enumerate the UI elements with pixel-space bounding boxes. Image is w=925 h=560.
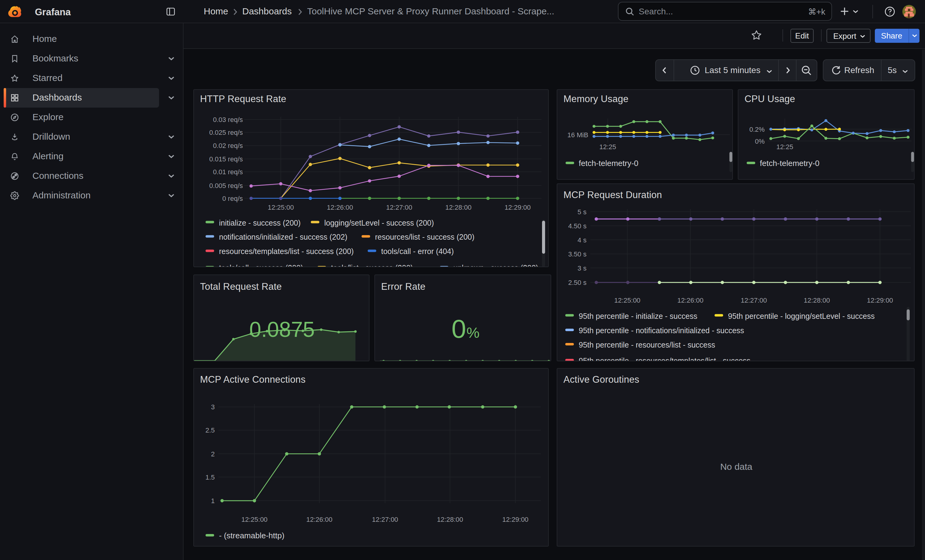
svg-text:resources/list - success (200): resources/list - success (200) — [375, 233, 475, 241]
svg-text:95th percentile - logging/setL: 95th percentile - logging/setLevel - suc… — [728, 312, 875, 320]
svg-text:2.5: 2.5 — [205, 426, 215, 434]
svg-text:0%: 0% — [755, 138, 765, 145]
svg-text:2: 2 — [211, 450, 215, 458]
svg-text:5 s: 5 s — [577, 208, 586, 216]
svg-text:12:29:00: 12:29:00 — [867, 297, 893, 304]
svg-text:12:26:00: 12:26:00 — [327, 204, 353, 211]
svg-text:0.03 req/s: 0.03 req/s — [213, 116, 243, 123]
svg-text:12:25:00: 12:25:00 — [241, 516, 268, 523]
svg-text:notifications/initialized - su: notifications/initialized - success (202… — [219, 233, 348, 241]
svg-text:tools/call - success (200): tools/call - success (200) — [219, 263, 303, 267]
svg-text:2.50 s: 2.50 s — [568, 279, 586, 287]
svg-text:12:25:00: 12:25:00 — [614, 297, 640, 304]
svg-text:12:25: 12:25 — [776, 143, 793, 151]
svg-text:0.015 req/s: 0.015 req/s — [209, 155, 243, 163]
svg-text:12:25: 12:25 — [599, 143, 616, 151]
svg-text:3.50 s: 3.50 s — [568, 250, 586, 258]
svg-text:0.0875: 0.0875 — [249, 318, 315, 341]
svg-text:initialize - success (200): initialize - success (200) — [219, 219, 301, 227]
svg-text:0: 0 — [452, 314, 466, 343]
svg-text:95th percentile - resources/li: 95th percentile - resources/list - succe… — [579, 341, 715, 349]
svg-text:12:26:00: 12:26:00 — [306, 516, 333, 523]
svg-text:fetch-telemetry-0: fetch-telemetry-0 — [579, 159, 639, 168]
svg-text:4 s: 4 s — [577, 236, 586, 244]
svg-text:12:27:00: 12:27:00 — [372, 516, 398, 523]
svg-text:1: 1 — [211, 497, 215, 504]
svg-text:95th percentile - initialize -: 95th percentile - initialize - success — [579, 312, 698, 320]
svg-text:95th percentile - resources/te: 95th percentile - resources/templates/li… — [579, 356, 750, 361]
svg-text:unknown - success (200): unknown - success (200) — [453, 263, 538, 267]
svg-text:fetch-telemetry-0: fetch-telemetry-0 — [760, 159, 820, 168]
svg-text:0.2%: 0.2% — [749, 126, 765, 133]
svg-text:4.50 s: 4.50 s — [568, 222, 586, 230]
svg-text:tools/call - error (404): tools/call - error (404) — [381, 247, 454, 255]
svg-text:0 req/s: 0 req/s — [222, 195, 243, 203]
svg-text:0.025 req/s: 0.025 req/s — [209, 129, 243, 136]
svg-text:12:29:00: 12:29:00 — [505, 204, 531, 211]
svg-text:16 MiB: 16 MiB — [567, 131, 588, 139]
svg-text:1.5: 1.5 — [205, 473, 215, 481]
svg-text:95th percentile - notification: 95th percentile - notifications/initiali… — [579, 326, 744, 335]
svg-text:- (streamable-http): - (streamable-http) — [219, 531, 285, 540]
svg-text:%: % — [467, 324, 480, 341]
svg-text:3: 3 — [211, 403, 215, 411]
svg-text:logging/setLevel - success (20: logging/setLevel - success (200) — [324, 219, 434, 227]
svg-text:12:28:00: 12:28:00 — [804, 297, 830, 304]
svg-text:0.005 req/s: 0.005 req/s — [209, 182, 243, 189]
svg-text:12:29:00: 12:29:00 — [502, 516, 529, 523]
svg-text:0.01 req/s: 0.01 req/s — [213, 168, 243, 176]
svg-text:resources/templates/list - suc: resources/templates/list - success (200) — [219, 247, 354, 255]
svg-text:0.02 req/s: 0.02 req/s — [213, 142, 243, 150]
svg-text:12:27:00: 12:27:00 — [741, 297, 767, 304]
svg-text:12:27:00: 12:27:00 — [386, 204, 412, 211]
svg-text:12:28:00: 12:28:00 — [445, 204, 472, 211]
svg-text:3 s: 3 s — [577, 264, 586, 272]
svg-text:12:28:00: 12:28:00 — [437, 516, 463, 523]
svg-text:12:25:00: 12:25:00 — [268, 204, 294, 211]
svg-text:12:26:00: 12:26:00 — [677, 297, 704, 304]
svg-text:tools/list - success (200): tools/list - success (200) — [331, 263, 413, 267]
